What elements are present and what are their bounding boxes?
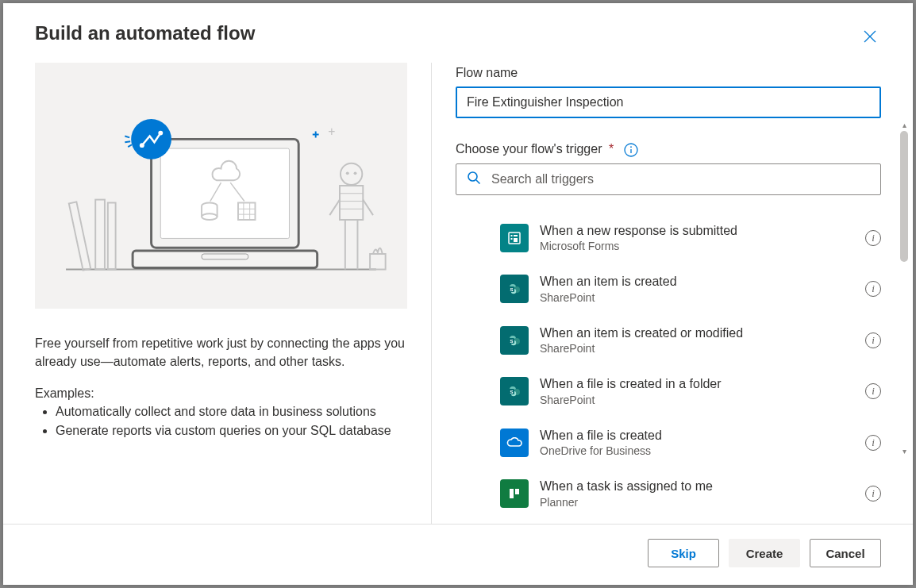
search-icon xyxy=(467,171,481,188)
scrollbar-thumb[interactable] xyxy=(900,131,908,262)
trigger-connector: Planner xyxy=(540,495,856,510)
flowname-label: Flow name xyxy=(456,66,881,80)
trigger-label: Choose your flow's trigger * xyxy=(456,142,881,157)
trigger-row[interactable]: S When an item is created or modified Sh… xyxy=(500,315,881,366)
info-icon[interactable]: i xyxy=(865,230,881,246)
trigger-title: When an item is created or modified xyxy=(540,325,856,342)
flow-illustration: + xyxy=(35,63,407,309)
trigger-search xyxy=(456,163,881,195)
flowname-input[interactable] xyxy=(456,86,881,118)
svg-rect-27 xyxy=(370,254,386,270)
trigger-text: When a file is created in a folder Share… xyxy=(540,375,856,407)
sharepoint-icon: S xyxy=(500,326,529,355)
create-button[interactable]: Create xyxy=(729,539,800,567)
skip-button[interactable]: Skip xyxy=(648,539,719,567)
example-item: Automatically collect and store data in … xyxy=(56,402,407,421)
svg-point-35 xyxy=(468,172,477,181)
svg-rect-3 xyxy=(69,202,90,270)
trigger-connector: Microsoft Forms xyxy=(540,239,856,254)
intro-description: Free yourself from repetitive work just … xyxy=(35,334,407,371)
info-icon[interactable]: i xyxy=(865,486,881,502)
forms-icon xyxy=(500,224,529,252)
trigger-label-text: Choose your flow's trigger xyxy=(456,142,602,156)
trigger-row[interactable]: S When an item is created SharePoint i xyxy=(500,263,881,314)
trigger-title: When a new response is submitted xyxy=(540,222,856,240)
trigger-connector: SharePoint xyxy=(540,393,856,408)
svg-line-23 xyxy=(329,200,340,216)
close-icon xyxy=(864,33,876,45)
info-icon[interactable]: i xyxy=(865,383,881,399)
dialog-title: Build an automated flow xyxy=(35,22,255,44)
svg-line-24 xyxy=(363,200,373,216)
svg-point-29 xyxy=(140,143,144,148)
trigger-title: When a task is assigned to me xyxy=(540,478,856,495)
dialog-footer: Skip Create Cancel xyxy=(3,524,913,585)
svg-rect-5 xyxy=(108,202,116,269)
trigger-row[interactable]: When a task is assigned to me Planner i xyxy=(500,468,881,519)
trigger-list: When a new response is submitted Microso… xyxy=(456,213,881,520)
planner-icon xyxy=(500,479,529,508)
trigger-text: When a file is created OneDrive for Busi… xyxy=(540,427,856,459)
trigger-row[interactable]: S When a file is created in a folder Sha… xyxy=(500,366,881,417)
cancel-button[interactable]: Cancel xyxy=(810,539,881,567)
trigger-title: When a file is created xyxy=(540,427,856,444)
automated-flow-dialog: Build an automated flow xyxy=(3,3,913,585)
trigger-search-input[interactable] xyxy=(456,163,881,195)
svg-rect-4 xyxy=(95,200,105,270)
trigger-connector: SharePoint xyxy=(540,341,856,356)
intro-column: + Free yourself from repetitive work jus… xyxy=(35,63,432,524)
sharepoint-icon: S xyxy=(500,377,529,405)
trigger-connector: OneDrive for Business xyxy=(540,444,856,459)
trigger-text: When an item is created SharePoint xyxy=(540,273,856,305)
trigger-text: When a new response is submitted Microso… xyxy=(540,222,856,254)
svg-line-36 xyxy=(476,180,480,184)
dialog-body: + Free yourself from repetitive work jus… xyxy=(3,63,913,524)
svg-rect-19 xyxy=(340,186,363,220)
svg-rect-38 xyxy=(514,235,518,236)
svg-point-16 xyxy=(341,163,362,185)
example-item: Generate reports via custom queries on y… xyxy=(56,421,407,440)
examples-heading: Examples: xyxy=(35,386,407,401)
examples-list: Automatically collect and store data in … xyxy=(35,402,407,439)
svg-rect-9 xyxy=(202,254,248,259)
svg-rect-41 xyxy=(511,238,513,240)
svg-point-34 xyxy=(630,146,632,148)
trigger-row[interactable]: When a new response is submitted Microso… xyxy=(500,213,881,263)
info-icon[interactable] xyxy=(624,143,638,157)
svg-point-30 xyxy=(158,131,163,136)
trigger-text: When a task is assigned to me Planner xyxy=(540,478,856,509)
scroll-down-arrow[interactable]: ▾ xyxy=(900,448,908,455)
trigger-title: When an item is created xyxy=(540,273,856,290)
svg-rect-40 xyxy=(511,235,513,236)
svg-text:S: S xyxy=(510,287,513,292)
info-icon[interactable]: i xyxy=(865,281,881,297)
svg-rect-58 xyxy=(515,489,519,494)
svg-point-17 xyxy=(346,171,349,175)
svg-text:S: S xyxy=(510,339,513,344)
svg-point-18 xyxy=(354,171,357,175)
scroll-up-arrow[interactable]: ▴ xyxy=(900,121,908,129)
trigger-connector: SharePoint xyxy=(540,290,856,306)
trigger-text: When an item is created or modified Shar… xyxy=(540,325,856,356)
svg-text:+: + xyxy=(328,125,335,138)
form-column: Flow name Choose your flow's trigger * xyxy=(432,63,897,524)
info-icon[interactable]: i xyxy=(865,332,881,348)
required-asterisk: * xyxy=(609,142,614,156)
dialog-header: Build an automated flow xyxy=(3,3,913,63)
svg-rect-39 xyxy=(514,238,518,242)
svg-text:S: S xyxy=(510,390,513,394)
info-icon[interactable]: i xyxy=(865,435,881,451)
trigger-title: When a file is created in a folder xyxy=(540,375,856,393)
trigger-row[interactable]: When a file is created OneDrive for Busi… xyxy=(500,417,881,468)
close-button[interactable] xyxy=(859,25,881,50)
sharepoint-icon: S xyxy=(500,275,529,303)
onedrive-icon xyxy=(500,429,529,457)
svg-rect-57 xyxy=(510,489,514,498)
